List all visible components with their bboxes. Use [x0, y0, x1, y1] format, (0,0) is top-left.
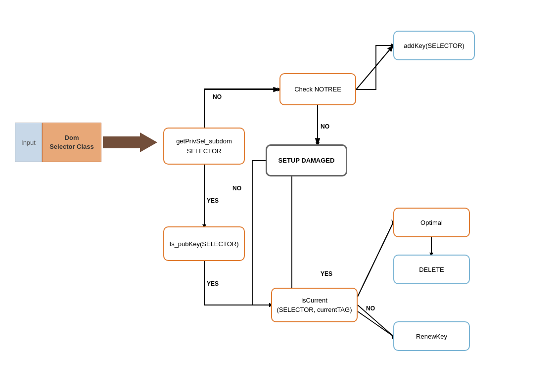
node-delete-label: DELETE	[419, 266, 444, 273]
node-renewkey: RenewKey	[393, 321, 470, 351]
node-iscurrent: isCurrent(SELECTOR, currentTAG)	[271, 288, 358, 322]
node-iscurrent-label: isCurrent(SELECTOR, currentTAG)	[277, 296, 352, 315]
svg-text:YES: YES	[321, 270, 332, 277]
node-renewkey-label: RenewKey	[416, 333, 447, 340]
node-checknotree: Check NOTREE	[279, 73, 356, 105]
svg-line-10	[358, 222, 393, 297]
svg-text:NO: NO	[232, 185, 241, 192]
node-setupdamaged: SETUP DAMAGED	[266, 144, 347, 176]
svg-line-3	[356, 45, 393, 89]
input-class-box: Dom Selector Class	[42, 123, 101, 162]
node-checknotree-label: Check NOTREE	[294, 86, 341, 93]
node-getprivsel: getPrivSel_subdomSELECTOR	[163, 128, 245, 165]
input-label: Input	[15, 123, 42, 162]
node-addkey-label: addKey(SELECTOR)	[404, 42, 464, 49]
node-addkey: addKey(SELECTOR)	[393, 31, 475, 60]
svg-marker-0	[103, 132, 157, 152]
node-optimal: Optimal	[393, 208, 470, 237]
svg-text:YES: YES	[207, 280, 219, 287]
node-setupdamaged-label: SETUP DAMAGED	[278, 157, 335, 164]
node-ispubkey: Is_pubKey(SELECTOR)	[163, 226, 245, 261]
node-delete: DELETE	[393, 255, 470, 284]
svg-line-11	[358, 305, 393, 336]
svg-text:NO: NO	[213, 93, 222, 100]
svg-text:NO: NO	[366, 305, 375, 312]
node-ispubkey-label: Is_pubKey(SELECTOR)	[170, 240, 239, 248]
diagram: Input Dom Selector Class	[0, 0, 555, 392]
big-arrow-icon	[103, 132, 157, 152]
svg-text:YES: YES	[207, 197, 219, 204]
input-box: Input Dom Selector Class	[15, 123, 101, 162]
node-optimal-label: Optimal	[420, 219, 443, 226]
node-getprivsel-label: getPrivSel_subdomSELECTOR	[176, 136, 232, 156]
svg-text:NO: NO	[321, 123, 329, 130]
